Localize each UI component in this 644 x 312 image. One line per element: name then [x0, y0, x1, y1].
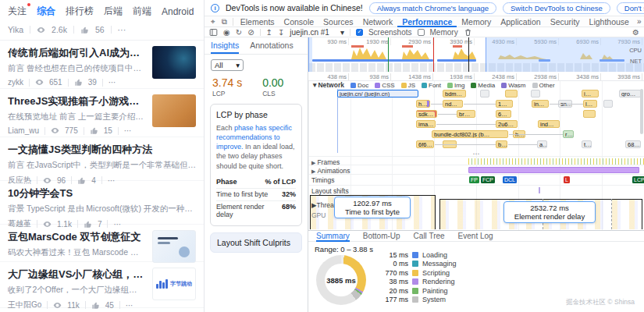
like-icon[interactable] — [90, 126, 98, 135]
tab-application[interactable]: Application — [496, 16, 545, 27]
article-thumbnail[interactable]: 字节跳动 — [152, 268, 196, 300]
timeline-overview[interactable]: 930 ms 1930 ms 2930 ms 3930 ms 4930 ms 5… — [308, 37, 644, 72]
network-request[interactable]: ind… — [538, 120, 560, 128]
network-request[interactable]: sdk… — [416, 110, 437, 118]
network-request[interactable]: 68… — [625, 140, 641, 148]
network-request[interactable]: 1… — [496, 100, 513, 108]
network-request[interactable]: gro… — [619, 90, 641, 98]
load-marker[interactable]: L — [564, 176, 570, 183]
insights-filter-select[interactable]: All▾ — [211, 59, 244, 71]
dont-show-again-button[interactable]: Don't show again — [617, 2, 644, 14]
network-request[interactable]: bdm… — [443, 90, 466, 98]
tab-elements[interactable]: Elements — [236, 16, 279, 27]
overview-dim-right[interactable] — [486, 37, 644, 72]
lcp-marker[interactable]: LCP — [632, 176, 644, 183]
nav-frontend[interactable]: 前端 — [133, 5, 151, 18]
network-request[interactable]: r… — [563, 130, 574, 138]
tab-summary[interactable]: Summary — [316, 230, 350, 242]
network-track-header[interactable]: ▼Network Doc CSS JS Font Img Media Wasm … — [308, 81, 644, 89]
network-request[interactable]: 6… — [496, 110, 511, 118]
network-requests-track[interactable]: juejin.cn/ (juejin.cn) bdm… i… gro… h… n… — [308, 89, 644, 153]
like-icon[interactable] — [80, 26, 89, 34]
article-thumbnail[interactable] — [152, 94, 196, 127]
author-name[interactable]: 王中阳Go — [8, 300, 41, 310]
memory-checkbox[interactable] — [418, 29, 425, 36]
network-request[interactable] — [531, 90, 540, 98]
save-profile-icon[interactable]: ↧ — [278, 28, 284, 37]
tab-network[interactable]: Network — [358, 16, 398, 27]
like-icon[interactable] — [77, 176, 86, 185]
tab-annotations[interactable]: Annotations — [250, 41, 293, 54]
device-toolbar-icon[interactable]: ⧉ — [219, 17, 230, 27]
toggle-sidebar-icon[interactable] — [209, 28, 218, 37]
network-request[interactable]: 2u6… — [496, 120, 518, 128]
frames-track[interactable]: ▶Frames — [308, 156, 644, 165]
nav-android[interactable]: Android — [162, 6, 194, 17]
tab-lighthouse[interactable]: Lighthouse — [585, 16, 634, 27]
network-request[interactable]: b… — [496, 140, 507, 148]
profile-select[interactable]: juejin.cn #1▾ — [290, 28, 344, 37]
article-title[interactable]: ThreeJS实现推箱子小游戏【二】 — [8, 94, 144, 108]
garbage-collect-icon[interactable] — [464, 28, 472, 37]
animations-track[interactable]: ▶Animations — [308, 165, 644, 174]
nav-backend[interactable]: 后端 — [104, 5, 123, 18]
capture-settings-gear-icon[interactable]: ⚙ — [632, 28, 639, 37]
network-request[interactable]: t… — [582, 140, 592, 148]
nav-follow[interactable]: 关注 — [8, 5, 27, 18]
article-title[interactable]: 豆包MarsCode 双节创意征文 — [8, 230, 144, 244]
nav-ranking[interactable]: 排行榜 — [66, 5, 94, 18]
animation-bar[interactable] — [468, 167, 639, 173]
network-request[interactable]: br… — [457, 110, 475, 118]
network-request[interactable]: bundle-dcf802.js (b… — [432, 130, 508, 138]
author-name[interactable]: Yika — [8, 25, 23, 34]
vertical-scrollbar[interactable] — [640, 89, 643, 134]
article-thumbnail[interactable] — [152, 46, 196, 79]
more-icon[interactable]: ⋯ — [113, 220, 121, 229]
layout-shift-mark[interactable] — [539, 187, 540, 193]
inspect-icon[interactable]: ⌖ — [208, 17, 219, 27]
more-icon[interactable]: ⋯ — [109, 78, 116, 87]
network-request[interactable]: ima… — [416, 120, 436, 128]
match-language-button[interactable]: Always match Chrome's language — [369, 2, 496, 14]
switch-chinese-button[interactable]: Switch DevTools to Chinese — [503, 2, 610, 14]
article-title[interactable]: 传统前后端如何引入AI成为AI全栈项目？ ... — [8, 46, 144, 60]
more-icon[interactable]: ⋯ — [124, 126, 132, 135]
more-tabs-icon[interactable]: » — [634, 17, 644, 26]
fcp-marker[interactable]: FCP — [481, 176, 495, 183]
network-request[interactable]: i… — [582, 90, 599, 98]
tab-call-tree[interactable]: Call Tree — [414, 230, 445, 242]
load-profile-icon[interactable]: ↥ — [266, 28, 272, 37]
author-name[interactable]: zykk — [8, 78, 23, 87]
nav-comprehensive[interactable]: 综合 — [37, 5, 55, 18]
network-request[interactable]: 6f6… — [416, 140, 434, 148]
tab-security[interactable]: Security — [546, 16, 585, 27]
network-request[interactable]: h… — [416, 100, 430, 108]
tab-console[interactable]: Console — [279, 16, 319, 27]
network-request[interactable]: nd… — [443, 100, 463, 108]
more-icon[interactable]: ⋯ — [108, 176, 116, 185]
more-icon[interactable]: ⋯ — [126, 301, 133, 310]
tab-insights[interactable]: Insights — [211, 41, 239, 54]
tab-event-log[interactable]: Event Log — [458, 230, 493, 242]
article-item[interactable]: 10分钟学会TS 背景 TypeScript 是由 Microsoft(微软) … — [0, 181, 204, 225]
timings-track[interactable]: Timings FP FCP DCL L LCP — [308, 174, 644, 185]
article-item[interactable]: 豆包MarsCode 双节创意征文 码农大神看过来！豆包 Marscode 双节… — [0, 225, 204, 262]
network-request[interactable] — [505, 90, 518, 98]
author-name[interactable]: 蓦越堇 — [8, 218, 31, 229]
like-icon[interactable] — [84, 220, 92, 229]
layout-shift-culprits-card[interactable]: Layout Shift Culprits — [210, 232, 302, 253]
clear-icon[interactable]: ⊘ — [247, 28, 254, 37]
lcp-value[interactable]: 3.74 s — [212, 76, 242, 89]
record-icon[interactable]: ◉ — [223, 28, 230, 37]
network-request[interactable]: a… — [537, 140, 547, 148]
author-name[interactable]: Liam_wu — [8, 126, 39, 135]
layout-shifts-track[interactable]: Layout shifts — [308, 185, 644, 194]
network-request[interactable]: l… — [583, 100, 597, 108]
record-reload-icon[interactable]: ↻ — [236, 28, 242, 37]
article-item[interactable]: 一文搞懂JS类型判断的四种方法 前言 在JavaScript中，类型判断是一个非… — [0, 137, 204, 181]
main-thread-track[interactable]: ▶Thread Poo GPU 1202.97 ms Time to first… — [308, 194, 644, 230]
network-request[interactable] — [583, 110, 596, 118]
network-request[interactable] — [603, 100, 613, 108]
tab-bottom-up[interactable]: Bottom-Up — [363, 230, 400, 242]
network-request[interactable] — [480, 90, 489, 98]
